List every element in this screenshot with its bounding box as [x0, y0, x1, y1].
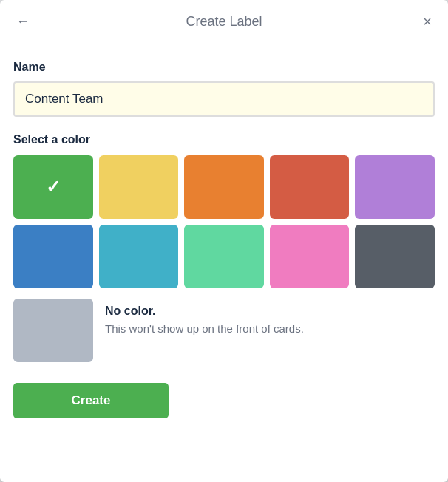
no-color-swatch[interactable] — [13, 299, 93, 362]
no-color-title: No color. — [105, 305, 304, 318]
color-swatch-orange[interactable] — [184, 155, 264, 219]
color-swatch-purple[interactable] — [355, 155, 435, 219]
check-icon: ✓ — [46, 177, 61, 197]
color-swatch-yellow[interactable] — [99, 155, 179, 219]
color-swatch-red[interactable] — [270, 155, 350, 219]
back-button[interactable]: ← — [13, 11, 33, 33]
modal-header: ← Create Label × — [0, 0, 448, 44]
close-button[interactable]: × — [420, 10, 435, 33]
color-swatch-dark-gray[interactable] — [355, 225, 435, 288]
no-color-row: No color. This won't show up on the fron… — [13, 299, 435, 362]
color-swatch-green[interactable]: ✓ — [13, 155, 93, 219]
color-grid: ✓ — [13, 155, 435, 288]
back-icon: ← — [16, 14, 30, 30]
no-color-text: No color. This won't show up on the fron… — [105, 299, 304, 336]
create-button[interactable]: Create — [13, 383, 169, 418]
name-input[interactable] — [13, 81, 435, 117]
color-swatch-cyan[interactable] — [99, 225, 179, 288]
color-swatch-pink[interactable] — [270, 225, 350, 288]
create-label-modal: ← Create Label × Name Select a color ✓ — [0, 0, 448, 482]
close-icon: × — [423, 13, 432, 30]
modal-title: Create Label — [186, 14, 262, 30]
color-section-label: Select a color — [13, 133, 435, 146]
color-swatch-mint[interactable] — [184, 225, 264, 288]
color-swatch-blue[interactable] — [13, 225, 93, 288]
modal-content: Name Select a color ✓ No color. Thi — [0, 44, 448, 482]
name-label: Name — [13, 61, 435, 74]
no-color-description: This won't show up on the front of cards… — [105, 321, 304, 336]
